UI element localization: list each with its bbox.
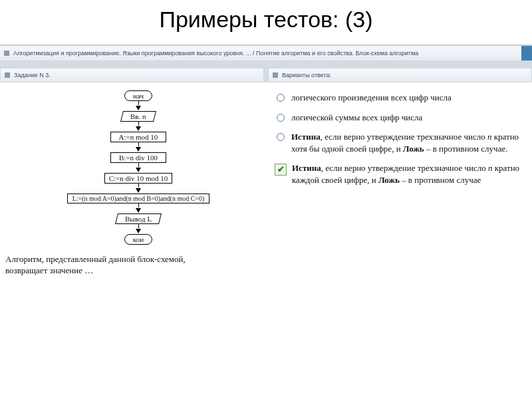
flow-step-b: B:=n div 100 [110, 152, 166, 163]
option-2-text: логической суммы всех цифр числа [291, 112, 422, 124]
tab-row: Задание N 3. Варианты ответа: [0, 68, 532, 82]
task-pane: нач Вв. n A:=n mod 10 B:=n div 100 C:=n … [0, 82, 263, 277]
check-icon: ✔ [275, 164, 287, 176]
option-1-text: логического произведения всех цифр числа [291, 92, 452, 104]
breadcrumb-bar: Алгоритмизация и программирование. Языки… [0, 45, 532, 61]
option-3[interactable]: Истина, если верно утверждение трехзначн… [277, 131, 525, 154]
square-icon [273, 72, 278, 78]
question-text: Алгоритм, представленный данной блок-схе… [5, 254, 218, 277]
option-1[interactable]: логического произведения всех цифр числа [277, 92, 525, 104]
flow-step-l: L:=(n mod A=0)and(n mod B=0)and(n mod C=… [67, 194, 209, 203]
right-panel-edge [521, 46, 532, 61]
option-2[interactable]: логической суммы всех цифр числа [277, 112, 525, 124]
flow-start: нач [124, 90, 152, 101]
flowchart: нач Вв. n A:=n mod 10 B:=n div 100 C:=n … [19, 90, 258, 245]
tab-answers-label: Варианты ответа: [282, 72, 331, 78]
option-4[interactable]: ✔ Истина, если верно утверждение трехзна… [277, 162, 525, 186]
option-4-text: Истина, если верно утверждение трехзначн… [292, 162, 525, 186]
flow-step-a: A:=n mod 10 [110, 132, 166, 142]
flow-end: кон [124, 234, 152, 245]
answers-pane: логического произведения всех цифр числа… [263, 82, 532, 277]
app-shell: Алгоритмизация и программирование. Языки… [0, 45, 532, 277]
slide-title: Примеры тестов: (3) [0, 7, 532, 33]
tab-task-label: Задание N 3. [14, 72, 51, 78]
tab-task: Задание N 3. [0, 68, 264, 82]
radio-icon [277, 133, 285, 141]
tab-answers: Варианты ответа: [268, 68, 532, 82]
breadcrumb: Алгоритмизация и программирование. Языки… [13, 50, 519, 57]
option-3-text: Истина, если верно утверждение трехзначн… [291, 131, 525, 154]
radio-icon [277, 94, 285, 102]
flow-output: Вывод L [115, 213, 162, 224]
radio-icon [277, 114, 285, 122]
square-icon [4, 51, 9, 56]
square-icon [5, 72, 10, 78]
options-list: логического произведения всех цифр числа… [277, 92, 525, 186]
flow-step-c: C:=n div 10 mod 10 [104, 173, 173, 184]
flow-input: Вв. n [120, 111, 156, 122]
